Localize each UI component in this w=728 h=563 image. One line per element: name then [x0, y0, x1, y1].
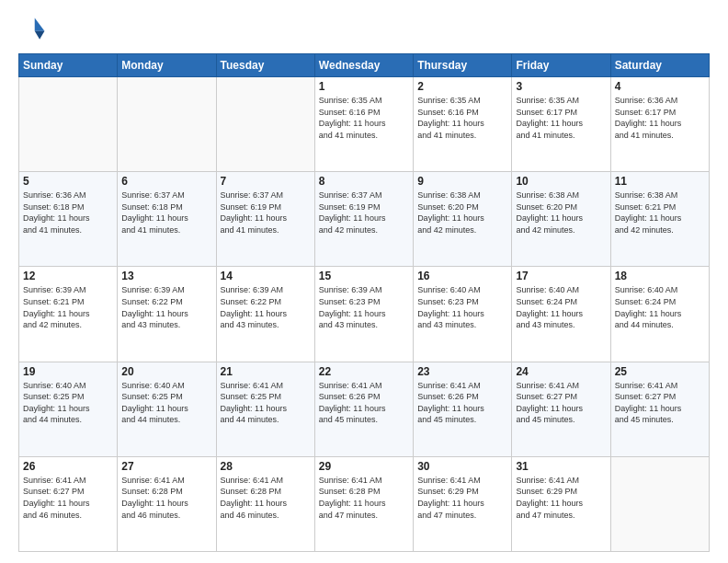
calendar-header-row: SundayMondayTuesdayWednesdayThursdayFrid…	[19, 54, 710, 77]
day-info: Sunrise: 6:38 AM Sunset: 6:20 PM Dayligh…	[516, 190, 606, 236]
day-info: Sunrise: 6:41 AM Sunset: 6:28 PM Dayligh…	[319, 475, 409, 521]
day-number: 24	[516, 365, 606, 378]
day-number: 11	[615, 175, 705, 188]
calendar-week-row: 1Sunrise: 6:35 AM Sunset: 6:16 PM Daylig…	[19, 77, 710, 172]
calendar-cell: 27Sunrise: 6:41 AM Sunset: 6:28 PM Dayli…	[118, 456, 216, 551]
day-number: 19	[23, 365, 113, 378]
calendar-cell: 22Sunrise: 6:41 AM Sunset: 6:26 PM Dayli…	[314, 362, 413, 456]
day-number: 14	[221, 270, 311, 282]
day-info: Sunrise: 6:39 AM Sunset: 6:22 PM Dayligh…	[121, 284, 211, 330]
calendar-cell: 7Sunrise: 6:37 AM Sunset: 6:19 PM Daylig…	[216, 172, 314, 267]
day-number: 30	[417, 460, 507, 473]
svg-marker-1	[35, 31, 45, 40]
day-info: Sunrise: 6:41 AM Sunset: 6:27 PM Dayligh…	[615, 380, 705, 426]
day-info: Sunrise: 6:37 AM Sunset: 6:19 PM Dayligh…	[221, 190, 311, 236]
day-number: 23	[417, 365, 507, 378]
day-number: 5	[23, 175, 113, 188]
day-number: 16	[417, 270, 507, 282]
calendar-cell: 9Sunrise: 6:38 AM Sunset: 6:20 PM Daylig…	[414, 172, 512, 267]
calendar-cell: 13Sunrise: 6:39 AM Sunset: 6:22 PM Dayli…	[118, 267, 216, 362]
day-number: 3	[516, 80, 606, 93]
day-info: Sunrise: 6:39 AM Sunset: 6:22 PM Dayligh…	[221, 284, 311, 330]
weekday-header: Monday	[118, 54, 216, 77]
calendar-week-row: 19Sunrise: 6:40 AM Sunset: 6:25 PM Dayli…	[19, 362, 710, 456]
day-info: Sunrise: 6:41 AM Sunset: 6:27 PM Dayligh…	[23, 475, 113, 521]
day-info: Sunrise: 6:40 AM Sunset: 6:25 PM Dayligh…	[23, 380, 113, 426]
day-number: 12	[23, 270, 113, 282]
day-info: Sunrise: 6:41 AM Sunset: 6:28 PM Dayligh…	[221, 475, 311, 521]
calendar-cell: 15Sunrise: 6:39 AM Sunset: 6:23 PM Dayli…	[314, 267, 413, 362]
calendar-cell: 17Sunrise: 6:40 AM Sunset: 6:24 PM Dayli…	[512, 267, 610, 362]
day-number: 25	[615, 365, 705, 378]
calendar-cell: 10Sunrise: 6:38 AM Sunset: 6:20 PM Dayli…	[512, 172, 610, 267]
day-number: 27	[121, 460, 211, 473]
day-info: Sunrise: 6:35 AM Sunset: 6:17 PM Dayligh…	[516, 95, 606, 141]
day-info: Sunrise: 6:41 AM Sunset: 6:28 PM Dayligh…	[121, 475, 211, 521]
day-number: 21	[221, 365, 311, 378]
logo	[18, 15, 51, 44]
day-number: 9	[417, 175, 507, 188]
calendar-cell: 5Sunrise: 6:36 AM Sunset: 6:18 PM Daylig…	[19, 172, 118, 267]
day-info: Sunrise: 6:40 AM Sunset: 6:24 PM Dayligh…	[615, 284, 705, 330]
day-number: 15	[319, 270, 409, 282]
header	[18, 15, 710, 44]
day-number: 17	[516, 270, 606, 282]
calendar-week-row: 5Sunrise: 6:36 AM Sunset: 6:18 PM Daylig…	[19, 172, 710, 267]
calendar-cell	[118, 77, 216, 172]
day-number: 26	[23, 460, 113, 473]
day-info: Sunrise: 6:41 AM Sunset: 6:27 PM Dayligh…	[516, 380, 606, 426]
calendar-cell: 16Sunrise: 6:40 AM Sunset: 6:23 PM Dayli…	[414, 267, 512, 362]
calendar-cell: 20Sunrise: 6:40 AM Sunset: 6:25 PM Dayli…	[118, 362, 216, 456]
calendar-cell: 6Sunrise: 6:37 AM Sunset: 6:18 PM Daylig…	[118, 172, 216, 267]
day-number: 31	[516, 460, 606, 473]
calendar-cell: 23Sunrise: 6:41 AM Sunset: 6:26 PM Dayli…	[414, 362, 512, 456]
day-info: Sunrise: 6:40 AM Sunset: 6:23 PM Dayligh…	[417, 284, 507, 330]
calendar-cell	[19, 77, 118, 172]
day-info: Sunrise: 6:35 AM Sunset: 6:16 PM Dayligh…	[417, 95, 507, 141]
day-info: Sunrise: 6:40 AM Sunset: 6:25 PM Dayligh…	[121, 380, 211, 426]
weekday-header: Thursday	[414, 54, 512, 77]
day-info: Sunrise: 6:41 AM Sunset: 6:26 PM Dayligh…	[417, 380, 507, 426]
calendar-cell: 2Sunrise: 6:35 AM Sunset: 6:16 PM Daylig…	[414, 77, 512, 172]
calendar-cell: 28Sunrise: 6:41 AM Sunset: 6:28 PM Dayli…	[216, 456, 314, 551]
weekday-header: Saturday	[610, 54, 709, 77]
calendar-cell: 12Sunrise: 6:39 AM Sunset: 6:21 PM Dayli…	[19, 267, 118, 362]
day-number: 29	[319, 460, 409, 473]
calendar-cell: 29Sunrise: 6:41 AM Sunset: 6:28 PM Dayli…	[314, 456, 413, 551]
day-info: Sunrise: 6:37 AM Sunset: 6:19 PM Dayligh…	[319, 190, 409, 236]
day-number: 8	[319, 175, 409, 188]
day-info: Sunrise: 6:36 AM Sunset: 6:18 PM Dayligh…	[23, 190, 113, 236]
calendar-cell	[610, 456, 709, 551]
day-number: 22	[319, 365, 409, 378]
day-info: Sunrise: 6:38 AM Sunset: 6:20 PM Dayligh…	[417, 190, 507, 236]
calendar-cell: 8Sunrise: 6:37 AM Sunset: 6:19 PM Daylig…	[314, 172, 413, 267]
calendar-cell: 30Sunrise: 6:41 AM Sunset: 6:29 PM Dayli…	[414, 456, 512, 551]
calendar-cell: 18Sunrise: 6:40 AM Sunset: 6:24 PM Dayli…	[610, 267, 709, 362]
calendar-cell	[216, 77, 314, 172]
day-info: Sunrise: 6:36 AM Sunset: 6:17 PM Dayligh…	[615, 95, 705, 141]
calendar-cell: 19Sunrise: 6:40 AM Sunset: 6:25 PM Dayli…	[19, 362, 118, 456]
day-number: 10	[516, 175, 606, 188]
day-info: Sunrise: 6:37 AM Sunset: 6:18 PM Dayligh…	[121, 190, 211, 236]
day-info: Sunrise: 6:39 AM Sunset: 6:21 PM Dayligh…	[23, 284, 113, 330]
day-number: 20	[121, 365, 211, 378]
weekday-header: Sunday	[19, 54, 118, 77]
calendar-cell: 24Sunrise: 6:41 AM Sunset: 6:27 PM Dayli…	[512, 362, 610, 456]
weekday-header: Friday	[512, 54, 610, 77]
svg-marker-0	[35, 18, 45, 31]
calendar-cell: 25Sunrise: 6:41 AM Sunset: 6:27 PM Dayli…	[610, 362, 709, 456]
day-number: 13	[121, 270, 211, 282]
calendar-table: SundayMondayTuesdayWednesdayThursdayFrid…	[18, 53, 710, 552]
day-number: 18	[615, 270, 705, 282]
day-info: Sunrise: 6:41 AM Sunset: 6:25 PM Dayligh…	[221, 380, 311, 426]
calendar-cell: 31Sunrise: 6:41 AM Sunset: 6:29 PM Dayli…	[512, 456, 610, 551]
logo-icon	[18, 15, 48, 44]
day-number: 28	[221, 460, 311, 473]
calendar-week-row: 26Sunrise: 6:41 AM Sunset: 6:27 PM Dayli…	[19, 456, 710, 551]
day-number: 2	[417, 80, 507, 93]
calendar-cell: 3Sunrise: 6:35 AM Sunset: 6:17 PM Daylig…	[512, 77, 610, 172]
day-number: 6	[121, 175, 211, 188]
day-info: Sunrise: 6:40 AM Sunset: 6:24 PM Dayligh…	[516, 284, 606, 330]
day-number: 4	[615, 80, 705, 93]
calendar-cell: 1Sunrise: 6:35 AM Sunset: 6:16 PM Daylig…	[314, 77, 413, 172]
